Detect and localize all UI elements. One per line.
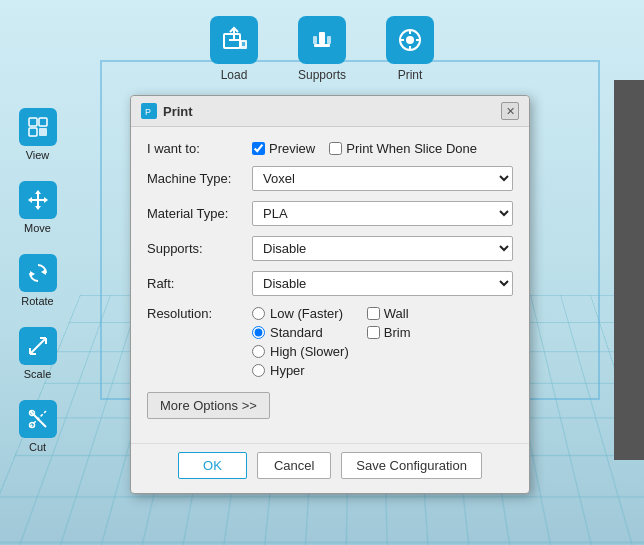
print-when-slice-checkbox[interactable]: [329, 142, 342, 155]
svg-marker-22: [35, 190, 41, 194]
sidebar-item-cut[interactable]: Cut: [5, 392, 70, 461]
preview-checkbox-item[interactable]: Preview: [252, 141, 315, 156]
scale-icon: [19, 327, 57, 365]
machine-type-row: Machine Type: Voxel: [147, 166, 513, 191]
svg-rect-18: [29, 128, 37, 136]
svg-marker-25: [44, 197, 48, 203]
cut-label: Cut: [29, 441, 46, 453]
svg-marker-27: [30, 271, 35, 277]
resolution-hyper-radio[interactable]: [252, 364, 265, 377]
machine-type-select[interactable]: Voxel: [252, 166, 513, 191]
left-sidebar: View Move Rotate: [0, 90, 75, 471]
svg-rect-17: [39, 118, 47, 126]
svg-marker-26: [41, 269, 46, 275]
resolution-high-label[interactable]: High (Slower): [270, 344, 349, 359]
supports-label: Supports: [298, 68, 346, 82]
i-want-to-row: I want to: Preview Print When Slice Done: [147, 141, 513, 156]
rotate-icon: [19, 254, 57, 292]
sidebar-item-view[interactable]: View: [5, 100, 70, 169]
resolution-standard-label[interactable]: Standard: [270, 325, 323, 340]
raft-select[interactable]: Disable Enable: [252, 271, 513, 296]
view-icon: [19, 108, 57, 146]
supports-select[interactable]: Disable Normal Tree: [252, 236, 513, 261]
print-when-slice-checkbox-item[interactable]: Print When Slice Done: [329, 141, 477, 156]
print-dialog: P Print ✕ I want to: Preview Print When …: [130, 95, 530, 494]
resolution-low-item[interactable]: Low (Faster): [252, 306, 349, 321]
resolution-low-radio[interactable]: [252, 307, 265, 320]
svg-text:P: P: [145, 107, 151, 117]
i-want-to-options: Preview Print When Slice Done: [252, 141, 513, 156]
preview-checkbox[interactable]: [252, 142, 265, 155]
svg-line-28: [30, 338, 46, 354]
dialog-title-left: P Print: [141, 103, 193, 119]
svg-rect-16: [29, 118, 37, 126]
cancel-button[interactable]: Cancel: [257, 452, 331, 479]
supports-label: Supports:: [147, 241, 252, 256]
print-when-slice-label[interactable]: Print When Slice Done: [346, 141, 477, 156]
dialog-titlebar: P Print ✕: [131, 96, 529, 127]
resolution-hyper-label[interactable]: Hyper: [270, 363, 305, 378]
svg-marker-24: [28, 197, 32, 203]
supports-icon: [298, 16, 346, 64]
svg-marker-23: [35, 206, 41, 210]
ok-button[interactable]: OK: [178, 452, 247, 479]
svg-rect-19: [39, 128, 47, 136]
supports-row: Supports: Disable Normal Tree: [147, 236, 513, 261]
supports-content: Disable Normal Tree: [252, 236, 513, 261]
raft-content: Disable Enable: [252, 271, 513, 296]
resolution-label: Resolution:: [147, 306, 252, 321]
machine-type-label: Machine Type:: [147, 171, 252, 186]
dialog-close-button[interactable]: ✕: [501, 102, 519, 120]
print-label: Print: [398, 68, 423, 82]
move-label: Move: [24, 222, 51, 234]
brim-checkbox-item[interactable]: Brim: [367, 325, 411, 340]
svg-point-11: [406, 36, 414, 44]
save-config-button[interactable]: Save Configuration: [341, 452, 482, 479]
svg-rect-7: [319, 32, 325, 44]
brim-checkbox[interactable]: [367, 326, 380, 339]
wall-checkbox[interactable]: [367, 307, 380, 320]
wall-label[interactable]: Wall: [384, 306, 409, 321]
more-options-button[interactable]: More Options >>: [147, 392, 270, 419]
preview-label[interactable]: Preview: [269, 141, 315, 156]
resolution-row: Resolution: Low (Faster) Standard High (…: [147, 306, 513, 378]
i-want-to-label: I want to:: [147, 141, 252, 156]
resolution-high-item[interactable]: High (Slower): [252, 344, 349, 359]
material-type-content: PLA ABS PETG TPU: [252, 201, 513, 226]
cut-icon: [19, 400, 57, 438]
sidebar-item-move[interactable]: Move: [5, 173, 70, 242]
resolution-low-label[interactable]: Low (Faster): [270, 306, 343, 321]
svg-rect-6: [314, 44, 330, 47]
resolution-standard-radio[interactable]: [252, 326, 265, 339]
dialog-body: I want to: Preview Print When Slice Done…: [131, 127, 529, 443]
dialog-title: Print: [163, 104, 193, 119]
sidebar-item-scale[interactable]: Scale: [5, 319, 70, 388]
dialog-buttons: OK Cancel Save Configuration: [131, 443, 529, 493]
wall-checkbox-item[interactable]: Wall: [367, 306, 411, 321]
material-type-row: Material Type: PLA ABS PETG TPU: [147, 201, 513, 226]
toolbar-item-supports[interactable]: Supports: [278, 8, 366, 90]
right-panel: [614, 80, 644, 460]
svg-rect-9: [327, 36, 331, 44]
toolbar-item-load[interactable]: Load: [190, 8, 278, 90]
material-type-select[interactable]: PLA ABS PETG TPU: [252, 201, 513, 226]
brim-label[interactable]: Brim: [384, 325, 411, 340]
resolution-hyper-item[interactable]: Hyper: [252, 363, 349, 378]
resolution-checkboxes: Wall Brim: [367, 306, 411, 378]
toolbar-item-print[interactable]: Print: [366, 8, 454, 90]
sidebar-item-rotate[interactable]: Rotate: [5, 246, 70, 315]
material-type-label: Material Type:: [147, 206, 252, 221]
move-icon: [19, 181, 57, 219]
load-label: Load: [221, 68, 248, 82]
raft-label: Raft:: [147, 276, 252, 291]
print-icon: [386, 16, 434, 64]
rotate-label: Rotate: [21, 295, 53, 307]
resolution-high-radio[interactable]: [252, 345, 265, 358]
top-toolbar: Load Supports Print: [0, 0, 644, 90]
raft-row: Raft: Disable Enable: [147, 271, 513, 296]
view-label: View: [26, 149, 50, 161]
svg-rect-8: [313, 36, 317, 44]
resolution-standard-item[interactable]: Standard: [252, 325, 349, 340]
dialog-app-icon: P: [141, 103, 157, 119]
load-icon: [210, 16, 258, 64]
